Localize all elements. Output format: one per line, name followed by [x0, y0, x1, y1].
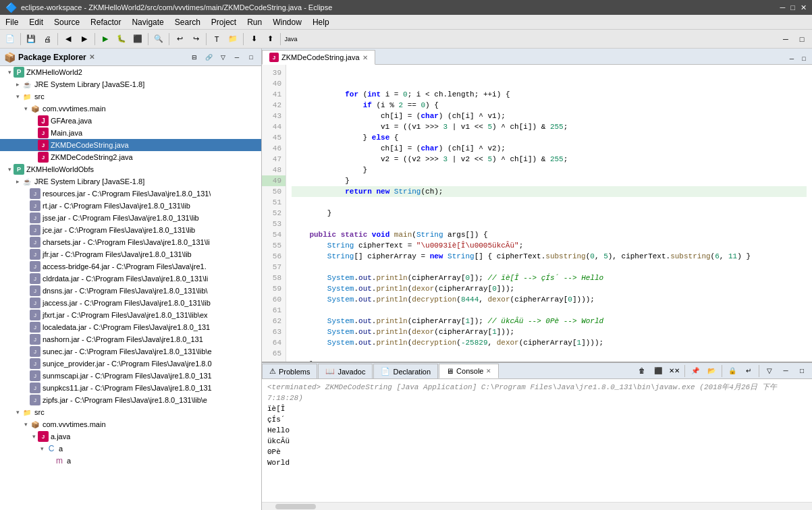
back-button[interactable]: ◀	[61, 32, 76, 47]
jar-sunmscapi[interactable]: ▸ J sunmscapi.jar - C:\Program Files\Jav…	[0, 370, 261, 382]
menu-run[interactable]: Run	[242, 16, 267, 28]
maximize-button[interactable]: □	[790, 3, 795, 12]
toolbar-sep-1	[20, 33, 21, 45]
tab-declaration[interactable]: 📄 Declaration	[373, 364, 438, 378]
jar-icon: J	[30, 200, 40, 211]
editor-maximize-button[interactable]: □	[799, 53, 809, 64]
java-zkmdecostring2[interactable]: ▸ J ZKMDeCodeString2.java	[0, 151, 261, 163]
package-vvvtimes-2[interactable]: ▾ 📦 com.vvvtimes.main	[0, 418, 261, 430]
editor-minimize-button[interactable]: ─	[786, 53, 797, 64]
pe-menu-button[interactable]: ▽	[217, 51, 229, 63]
jar-sunpkcs[interactable]: ▸ J sunpkcs11.jar - C:\Program Files\Jav…	[0, 382, 261, 394]
src-folder-1[interactable]: ▾ 📁 src	[0, 90, 261, 103]
open-console-button[interactable]: 📂	[704, 364, 719, 378]
new-button[interactable]: 📄	[3, 32, 18, 47]
jar-nashorn[interactable]: ▸ J nashorn.jar - C:\Program Files\Java\…	[0, 333, 261, 345]
editor-content[interactable]: 39 40 41 42 43 44 45 46 47 48 49 50 51 5…	[262, 65, 812, 362]
undo-button[interactable]: ↩	[172, 32, 187, 47]
console-maximize-button[interactable]: □	[794, 364, 809, 378]
print-button[interactable]: 🖨	[40, 32, 55, 47]
menu-window[interactable]: Window	[267, 16, 307, 28]
jar-jce[interactable]: ▸ J jce.jar - C:\Program Files\Java\jre1…	[0, 224, 261, 236]
java-main[interactable]: ▸ J Main.java	[0, 127, 261, 139]
scroll-lock-button[interactable]: 🔒	[725, 364, 740, 378]
jar-jfxrt[interactable]: ▸ J jfxrt.jar - C:\Program Files\Java\jr…	[0, 309, 261, 321]
jar-cldrdata[interactable]: ▸ J cldrdata.jar - C:\Program Files\Java…	[0, 273, 261, 285]
clear-console-button[interactable]: 🗑	[634, 364, 649, 378]
menu-file[interactable]: File	[0, 16, 24, 28]
jar-access[interactable]: ▸ J access-bridge-64.jar - C:\Program Fi…	[0, 260, 261, 273]
debug-button[interactable]: 🐛	[114, 32, 129, 47]
code-line-52: public static void main(String args[]) {	[292, 231, 488, 239]
menu-navigate[interactable]: Navigate	[126, 16, 169, 28]
minimize-view-button[interactable]: ─	[778, 32, 793, 47]
menu-search[interactable]: Search	[169, 16, 206, 28]
src-folder-2[interactable]: ▾ 📁 src	[0, 406, 261, 418]
next-annotation-button[interactable]: ⬇	[246, 32, 261, 47]
package-explorer-close-icon[interactable]: ✕	[89, 53, 94, 61]
open-type-button[interactable]: T	[209, 32, 224, 47]
word-wrap-button[interactable]: ↵	[741, 364, 756, 378]
search-button[interactable]: 🔍	[151, 32, 166, 47]
terminate-button[interactable]: ⬛	[651, 364, 666, 378]
jar-dnsns[interactable]: ▸ J dnsns.jar - C:\Program Files\Java\jr…	[0, 285, 261, 297]
jar-sunjce[interactable]: ▸ J sunjce_provider.jar - C:\Program Fil…	[0, 358, 261, 370]
package-vvvtimes[interactable]: ▾ 📦 com.vvvtimes.main	[0, 103, 261, 115]
collapse-all-button[interactable]: ⊟	[188, 51, 200, 63]
jar-charsets[interactable]: ▸ J charsets.jar - C:\Program Files\Java…	[0, 236, 261, 248]
run-button[interactable]: ▶	[98, 32, 113, 47]
redo-button[interactable]: ↪	[188, 32, 203, 47]
menu-refactor[interactable]: Refactor	[85, 16, 126, 28]
jar-jaccess[interactable]: ▸ J jaccess.jar - C:\Program Files\Java\…	[0, 297, 261, 309]
prev-annotation-button[interactable]: ⬆	[263, 32, 277, 47]
toolbar-sep-5	[169, 33, 169, 45]
declaration-icon: 📄	[381, 367, 390, 376]
jar-jsse[interactable]: ▸ J jsse.jar - C:\Program Files\Java\jre…	[0, 212, 261, 224]
java-gfarea[interactable]: ▸ J GFArea.java	[0, 115, 261, 127]
menu-edit[interactable]: Edit	[24, 16, 49, 28]
jre-label: JRE System Library [JavaSE-1.8]	[34, 80, 144, 88]
jar-label: jfr.jar - C:\Program Files\Java\jre1.8.0…	[43, 250, 192, 258]
jar-resources[interactable]: ▸ J resources.jar - C:\Program Files\Jav…	[0, 188, 261, 200]
console-options-button[interactable]: ▽	[762, 364, 777, 378]
tab-close-icon[interactable]: ✕	[362, 54, 368, 61]
package-explorer-content[interactable]: ▾ P ZKMHelloWorld2 ▸ ☕ JRE System Librar…	[0, 66, 261, 510]
console-line-1: ïè[Î	[267, 403, 807, 414]
java-zkmdecostring[interactable]: ▸ J ZKMDeCodeString.java	[0, 139, 261, 151]
link-editor-button[interactable]: 🔗	[202, 51, 215, 63]
menu-help[interactable]: Help	[307, 16, 335, 28]
jar-localedata[interactable]: ▸ J localedata.jar - C:\Program Files\Ja…	[0, 321, 261, 333]
menu-source[interactable]: Source	[49, 16, 85, 28]
tab-console[interactable]: 🖥 Console ✕	[439, 364, 499, 378]
close-button[interactable]: ✕	[801, 3, 807, 12]
pin-console-button[interactable]: 📌	[688, 364, 703, 378]
stop-button[interactable]: ⬛	[130, 32, 145, 47]
jar-jfr[interactable]: ▸ J jfr.jar - C:\Program Files\Java\jre1…	[0, 248, 261, 260]
java-a[interactable]: ▾ J a.java	[0, 430, 261, 443]
open-resource-button[interactable]: 📁	[225, 32, 240, 47]
jre-library-1[interactable]: ▸ ☕ JRE System Library [JavaSE-1.8]	[0, 78, 261, 90]
console-close-icon[interactable]: ✕	[486, 368, 491, 374]
save-button[interactable]: 💾	[24, 32, 38, 47]
jar-sunec[interactable]: ▸ J sunec.jar - C:\Program Files\Java\jr…	[0, 345, 261, 358]
pe-minimize-button[interactable]: ─	[231, 51, 243, 63]
project-zkm2[interactable]: ▾ P ZKMHelloWorldObfs	[0, 163, 261, 175]
tab-problems[interactable]: ⚠ Problems	[262, 364, 317, 378]
class-a[interactable]: ▾ C a	[0, 443, 261, 455]
minimize-button[interactable]: ─	[780, 3, 786, 12]
tab-javadoc[interactable]: 📖 Javadoc	[318, 364, 373, 378]
code-editor[interactable]: for (int i = 0; i < ch.length; ++i) { if…	[286, 65, 812, 362]
tab-zkmdecostring[interactable]: J ZKMDeCodeString.java ✕	[262, 50, 375, 65]
jar-zipfs[interactable]: ▸ J zipfs.jar - C:\Program Files\Java\jr…	[0, 394, 261, 406]
menu-project[interactable]: Project	[206, 16, 242, 28]
console-minimize-button[interactable]: ─	[778, 364, 793, 378]
maximize-view-button[interactable]: □	[794, 32, 809, 47]
project-zkm1[interactable]: ▾ P ZKMHelloWorld2	[0, 66, 261, 78]
forward-button[interactable]: ▶	[77, 32, 92, 47]
jre-library-2[interactable]: ▸ ☕ JRE System Library [JavaSE-1.8]	[0, 175, 261, 188]
jar-rt[interactable]: ▸ J rt.jar - C:\Program Files\Java\jre1.…	[0, 200, 261, 212]
remove-terminated-button[interactable]: ✕✕	[667, 364, 682, 378]
method-a[interactable]: ▸ m a	[0, 455, 261, 467]
pe-maximize-button[interactable]: □	[245, 51, 257, 63]
perspective-button[interactable]: Java	[283, 32, 298, 47]
